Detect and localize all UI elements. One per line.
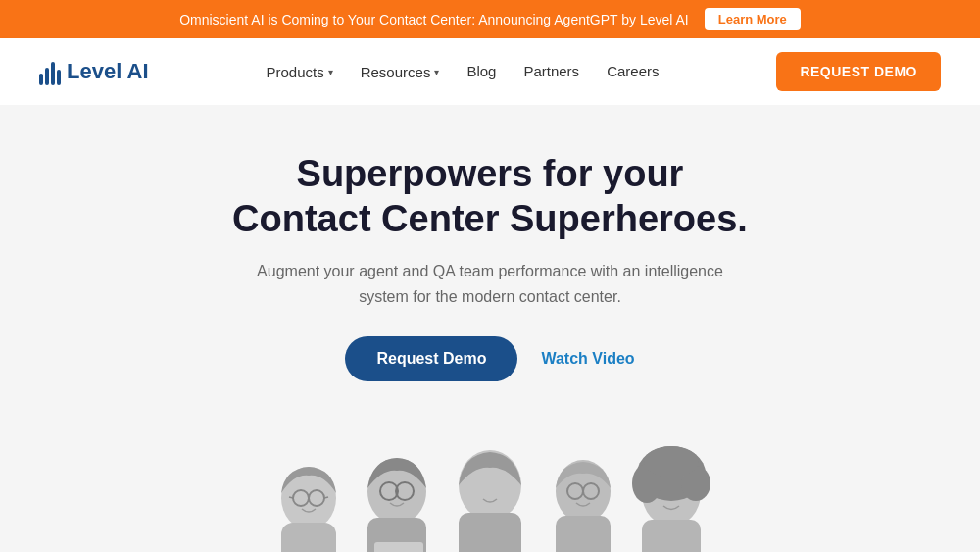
svg-rect-1 [281, 523, 336, 552]
products-chevron-icon: ▾ [328, 67, 333, 77]
logo-bar-1 [39, 74, 43, 85]
nav-blog-label[interactable]: Blog [466, 63, 496, 79]
navbar: Level AI Products ▾ Resources ▾ Blog Par… [0, 38, 980, 105]
logo-bar-4 [57, 70, 61, 85]
nav-careers-label[interactable]: Careers [607, 63, 659, 79]
hero-headline-line2: Contact Center Superheroes. [232, 198, 748, 239]
nav-links: Products ▾ Resources ▾ Blog Partners Car… [266, 63, 659, 80]
logo-bar-2 [45, 68, 49, 85]
svg-rect-15 [459, 513, 521, 552]
hero-watch-video-button[interactable]: Watch Video [541, 350, 634, 368]
announcement-banner: Omniscient AI is Coming to Your Contact … [0, 0, 980, 38]
hero-section: Superpowers for your Contact Center Supe… [0, 105, 980, 552]
nav-item-partners[interactable]: Partners [523, 63, 579, 80]
logo[interactable]: Level AI [39, 58, 149, 85]
resources-chevron-icon: ▾ [434, 67, 439, 77]
svg-rect-22 [642, 520, 701, 552]
svg-rect-9 [374, 542, 423, 552]
hero-headline-line1: Superpowers for your [297, 153, 684, 194]
nav-item-resources[interactable]: Resources ▾ [361, 64, 440, 80]
svg-rect-17 [556, 516, 611, 552]
request-demo-button[interactable]: REQUEST DEMO [776, 52, 941, 91]
hero-subtext: Augment your agent and QA team performan… [255, 259, 725, 309]
hero-people-svg [216, 405, 764, 552]
logo-text: Level AI [67, 59, 149, 84]
hero-image [0, 405, 980, 552]
logo-icon [39, 58, 61, 85]
nav-item-blog[interactable]: Blog [466, 63, 496, 80]
nav-products-label[interactable]: Products [266, 64, 323, 80]
nav-item-careers[interactable]: Careers [607, 63, 659, 80]
announcement-text: Omniscient AI is Coming to Your Contact … [179, 12, 689, 27]
svg-point-26 [644, 446, 699, 477]
svg-line-4 [289, 497, 293, 498]
hero-cta-group: Request Demo Watch Video [345, 336, 634, 381]
hero-request-demo-button[interactable]: Request Demo [345, 336, 517, 381]
svg-line-5 [324, 497, 328, 498]
logo-bar-3 [51, 62, 55, 85]
hero-headline: Superpowers for your Contact Center Supe… [232, 152, 748, 241]
nav-item-products[interactable]: Products ▾ [266, 64, 332, 80]
nav-resources-label[interactable]: Resources [361, 64, 431, 80]
learn-more-button[interactable]: Learn More [705, 8, 801, 30]
nav-partners-label[interactable]: Partners [523, 63, 579, 79]
